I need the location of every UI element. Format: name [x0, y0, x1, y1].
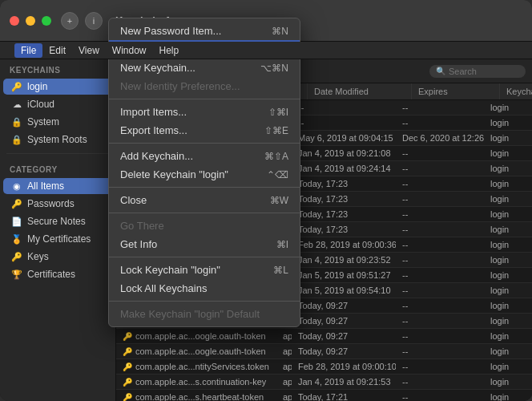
menu-option-delete-keychain-login[interactable]: Delete Keychain "login" ⌃⌫: [109, 165, 300, 184]
cell-expires: --: [396, 115, 484, 130]
sidebar-label-passwords: Passwords: [27, 198, 75, 209]
sidebar: Keychains 🔑 login ☁ iCloud 🔒 System 🔒 Sy…: [0, 59, 116, 401]
close-button[interactable]: [10, 16, 19, 26]
menu-option-label: Lock All Keychains: [120, 282, 207, 294]
menu-view[interactable]: View: [72, 43, 106, 58]
cell-modified: Today, 09:27: [292, 314, 396, 328]
cell-expires: --: [396, 359, 484, 374]
cell-expires: --: [396, 298, 484, 313]
sidebar-label-secure-notes: Secure Notes: [27, 216, 86, 227]
sidebar-item-login[interactable]: 🔑 login: [3, 79, 112, 95]
cell-expires: --: [396, 237, 484, 252]
sidebar-item-icloud[interactable]: ☁ iCloud: [3, 96, 112, 112]
cell-modified: Feb 28, 2019 at 09:00:10: [292, 359, 396, 374]
cell-keychain: login: [484, 146, 532, 160]
file-dropdown-menu: New Password Item... ⌘N New Secure Note …: [108, 18, 300, 327]
sidebar-item-certificates[interactable]: 🏆 Certificates: [3, 266, 112, 282]
info-button[interactable]: i: [85, 12, 103, 30]
sidebar-item-system-roots[interactable]: 🔒 System Roots: [3, 132, 112, 148]
all-items-icon: ◉: [11, 181, 22, 192]
cell-keychain: login: [484, 298, 532, 313]
cell-kind: application password: [276, 390, 292, 401]
menu-option-label: Add Keychain...: [120, 150, 193, 162]
cell-keychain: login: [484, 375, 532, 389]
menu-option-go-there: Go There: [109, 217, 300, 235]
cell-name: 🔑 com.apple.ac...s.heartbeat-token: [116, 390, 276, 401]
cell-expires: --: [396, 176, 484, 191]
table-row[interactable]: 🔑 com.apple.ac...s.heartbeat-token appli…: [116, 390, 532, 401]
menu-separator: [109, 143, 300, 144]
keys-icon: 🔑: [11, 252, 22, 262]
menu-option-add-keychain[interactable]: Add Keychain... ⌘⇧A: [109, 147, 300, 165]
menu-shortcut: ⌃⌫: [267, 169, 288, 180]
cell-keychain: login: [484, 390, 532, 401]
sidebar-label-all-items: All Items: [27, 180, 64, 192]
sidebar-item-all-items[interactable]: ◉ All Items: [3, 178, 112, 194]
minimize-button[interactable]: [26, 16, 35, 26]
menu-option-new-password-item[interactable]: New Password Item... ⌘N: [109, 22, 300, 40]
menu-shortcut: ⌘W: [270, 195, 288, 206]
menu-edit[interactable]: Edit: [42, 43, 72, 58]
search-box[interactable]: 🔍: [429, 65, 526, 78]
row-icon: 🔑: [123, 363, 132, 371]
menu-shortcut: ⌘L: [273, 265, 288, 276]
cell-modified: Jan 4, 2019 at 09:21:08: [292, 146, 396, 160]
sidebar-item-system[interactable]: 🔒 System: [3, 114, 112, 130]
icloud-icon: ☁: [11, 99, 22, 110]
table-row[interactable]: 🔑 com.apple.ac...oogle.oauth-token appli…: [116, 344, 532, 359]
menu-option-import-items[interactable]: Import Items... ⇧⌘I: [109, 103, 300, 121]
certs-icon: 🏆: [11, 269, 22, 280]
toolbar-icons: + i: [61, 12, 103, 30]
sidebar-label-system: System: [27, 116, 59, 128]
add-button[interactable]: +: [61, 12, 79, 30]
cell-keychain: login: [484, 237, 532, 252]
cell-modified: Today, 17:23: [292, 207, 396, 221]
table-row[interactable]: 🔑 com.apple.ac...oogle.oauth-token appli…: [116, 329, 532, 344]
menu-option-label: Get Info: [120, 238, 157, 250]
cell-modified: Today, 09:27: [292, 329, 396, 343]
cell-modified: Today, 17:23: [292, 192, 396, 206]
menu-separator: [109, 187, 300, 188]
system-roots-icon: 🔒: [11, 135, 22, 145]
cell-name: 🔑 com.apple.ac...s.continuation-key: [116, 375, 276, 389]
sidebar-item-my-certificates[interactable]: 🏅 My Certificates: [3, 231, 112, 247]
menu-option-export-items[interactable]: Export Items... ⇧⌘E: [109, 121, 300, 140]
table-row[interactable]: 🔑 com.apple.ac...ntityServices.token app…: [116, 359, 532, 375]
maximize-button[interactable]: [42, 16, 51, 26]
cell-keychain: login: [484, 253, 532, 267]
menu-option-get-info[interactable]: Get Info ⌘I: [109, 235, 300, 253]
sidebar-divider: [6, 153, 109, 154]
menu-option-label: Delete Keychain "login": [120, 168, 228, 180]
sidebar-item-secure-notes[interactable]: 📄 Secure Notes: [3, 213, 112, 229]
sidebar-label-login: login: [27, 81, 47, 92]
menu-option-new-keychain[interactable]: New Keychain... ⌥⌘N: [109, 59, 300, 77]
cell-modified: Jan 5, 2019 at 09:54:10: [292, 283, 396, 298]
cell-expires: --: [396, 146, 484, 160]
sidebar-item-passwords[interactable]: 🔑 Passwords: [3, 196, 112, 212]
cell-expires: --: [396, 268, 484, 282]
cell-keychain: login: [484, 192, 532, 206]
table-row[interactable]: 🔑 com.apple.ac...s.continuation-key appl…: [116, 375, 532, 390]
cell-kind: application password: [276, 344, 292, 358]
cell-expires: --: [396, 390, 484, 401]
sidebar-item-keys[interactable]: 🔑 Keys: [3, 249, 112, 265]
cell-keychain: login: [484, 207, 532, 221]
menu-option-close[interactable]: Close ⌘W: [109, 191, 300, 209]
menu-option-label: Make Keychain "login" Default: [120, 308, 260, 320]
sidebar-label-keys: Keys: [27, 251, 49, 262]
menu-separator: [109, 301, 300, 302]
menu-separator: [109, 257, 300, 257]
cell-expires: --: [396, 161, 484, 176]
menu-option-lock-all-keychains[interactable]: Lock All Keychains: [109, 279, 300, 298]
menu-help[interactable]: Help: [153, 43, 186, 58]
menu-option-lock-keychain-login[interactable]: Lock Keychain "login" ⌘L: [109, 261, 300, 279]
cell-keychain: login: [484, 161, 532, 176]
menu-window[interactable]: Window: [106, 43, 153, 58]
menu-option-label: Go There: [120, 220, 164, 232]
cell-kind: application password: [276, 375, 292, 389]
cell-modified: Jan 5, 2019 at 09:51:27: [292, 268, 396, 282]
search-input[interactable]: [449, 67, 521, 76]
row-icon: 🔑: [123, 393, 132, 402]
menu-file[interactable]: File: [14, 43, 42, 58]
cell-expires: --: [396, 222, 484, 237]
